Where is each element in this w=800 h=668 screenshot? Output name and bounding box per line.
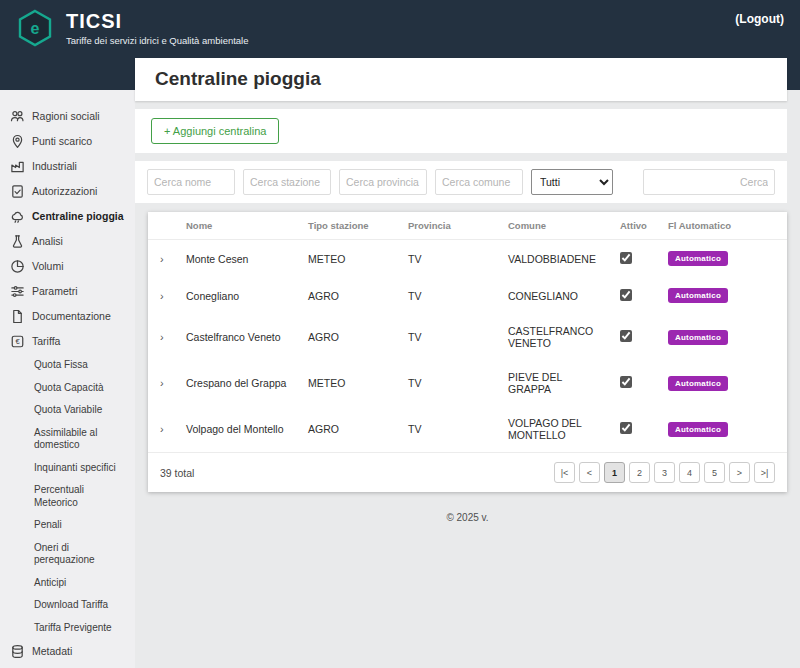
page-number-button[interactable]: 5 bbox=[704, 462, 725, 483]
sidebar-subitem-tariffa-previgente[interactable]: Tariffa Previgente bbox=[0, 617, 135, 640]
sidebar-item-ragioni-sociali[interactable]: Ragioni sociali bbox=[0, 104, 135, 129]
filter-nome-input[interactable] bbox=[147, 169, 235, 195]
table-row: › Monte Cesen METEO TV VALDOBBIADENE Aut… bbox=[148, 240, 787, 278]
sidebar-item-analisi[interactable]: Analisi bbox=[0, 229, 135, 254]
cell-nome: Volpago del Montello bbox=[178, 406, 300, 452]
svg-text:€: € bbox=[15, 337, 20, 346]
global-search-input[interactable] bbox=[643, 169, 775, 195]
automatico-badge: Automatico bbox=[668, 288, 728, 303]
cell-provincia: TV bbox=[400, 360, 500, 406]
automatico-badge: Automatico bbox=[668, 251, 728, 266]
table-row: › Crespano del Grappa METEO TV PIEVE DEL… bbox=[148, 360, 787, 406]
cell-comune: VOLPAGO DEL MONTELLO bbox=[500, 406, 612, 452]
page-number-button[interactable]: 3 bbox=[654, 462, 675, 483]
sidebar-item-centraline-pioggia[interactable]: Centraline pioggia bbox=[0, 204, 135, 229]
cell-comune: VALDOBBIADENE bbox=[500, 240, 612, 278]
cell-tipo: AGRO bbox=[300, 277, 400, 314]
sidebar: Ragioni sociali Punti scarico Industrial… bbox=[0, 90, 135, 668]
logout-link[interactable]: (Logout) bbox=[735, 12, 784, 26]
row-expand-icon[interactable]: › bbox=[156, 423, 168, 435]
page-last-button[interactable]: >| bbox=[754, 462, 775, 483]
cell-tipo: METEO bbox=[300, 240, 400, 278]
page-title: Centraline pioggia bbox=[155, 68, 767, 90]
sidebar-item-label: Volumi bbox=[32, 260, 64, 273]
sidebar-subitem-oneri-perequazione[interactable]: Oneri di perequazione bbox=[0, 537, 135, 572]
sidebar-item-industriali[interactable]: Industriali bbox=[0, 154, 135, 179]
sidebar-subitem-quota-fissa[interactable]: Quota Fissa bbox=[0, 354, 135, 377]
cell-tipo: METEO bbox=[300, 360, 400, 406]
sidebar-item-parametri[interactable]: Parametri bbox=[0, 279, 135, 304]
people-icon bbox=[10, 109, 25, 124]
sidebar-subitem-assimilabile[interactable]: Assimilabile al domestico bbox=[0, 422, 135, 457]
table-footer: 39 total |< < 1 2 3 4 5 > >| bbox=[148, 452, 787, 492]
sidebar-item-label: Centraline pioggia bbox=[32, 210, 124, 223]
page-title-card: Centraline pioggia bbox=[135, 58, 787, 101]
page-number-button[interactable]: 2 bbox=[629, 462, 650, 483]
attivo-checkbox[interactable] bbox=[620, 422, 632, 434]
sidebar-item-label: Parametri bbox=[32, 285, 78, 298]
sidebar-item-novita[interactable]: Novità bbox=[0, 664, 135, 668]
sidebar-subitem-quota-capacita[interactable]: Quota Capacità bbox=[0, 377, 135, 400]
cell-nome: Castelfranco Veneto bbox=[178, 314, 300, 360]
sidebar-item-tariffa[interactable]: € Tariffa bbox=[0, 329, 135, 354]
sidebar-item-label: Analisi bbox=[32, 235, 63, 248]
sidebar-item-label: Documentazione bbox=[32, 310, 111, 323]
attivo-checkbox[interactable] bbox=[620, 376, 632, 388]
cell-comune: CONEGLIANO bbox=[500, 277, 612, 314]
header-comune: Comune bbox=[500, 212, 612, 240]
app-header: e TICSI Tariffe dei servizi idrici e Qua… bbox=[0, 0, 800, 56]
table-row: › Castelfranco Veneto AGRO TV CASTELFRAN… bbox=[148, 314, 787, 360]
attivo-checkbox[interactable] bbox=[620, 252, 632, 264]
euro-tag-icon: € bbox=[10, 334, 25, 349]
rain-cloud-icon bbox=[10, 209, 25, 224]
sidebar-item-autorizzazioni[interactable]: Autorizzazioni bbox=[0, 179, 135, 204]
sliders-icon bbox=[10, 284, 25, 299]
header-provincia: Provincia bbox=[400, 212, 500, 240]
row-expand-icon[interactable]: › bbox=[156, 290, 168, 302]
page-number-button[interactable]: 1 bbox=[604, 462, 625, 483]
automatico-badge: Automatico bbox=[668, 330, 728, 345]
sidebar-item-punti-scarico[interactable]: Punti scarico bbox=[0, 129, 135, 154]
row-expand-icon[interactable]: › bbox=[156, 331, 168, 343]
automatico-badge: Automatico bbox=[668, 376, 728, 391]
app-title: TICSI bbox=[66, 10, 249, 33]
table-row: › Volpago del Montello AGRO TV VOLPAGO D… bbox=[148, 406, 787, 452]
cell-nome: Crespano del Grappa bbox=[178, 360, 300, 406]
attivo-checkbox[interactable] bbox=[620, 330, 632, 342]
filter-stazione-input[interactable] bbox=[243, 169, 331, 195]
flask-icon bbox=[10, 234, 25, 249]
clipboard-check-icon bbox=[10, 184, 25, 199]
page-number-button[interactable]: 4 bbox=[679, 462, 700, 483]
sidebar-subitem-percentuali-meteorico[interactable]: Percentuali Meteorico bbox=[0, 479, 135, 514]
total-count: 39 total bbox=[160, 467, 194, 479]
header-nome: Nome bbox=[178, 212, 300, 240]
header-tipo-stazione: Tipo stazione bbox=[300, 212, 400, 240]
sidebar-item-volumi[interactable]: Volumi bbox=[0, 254, 135, 279]
filter-tipo-select[interactable]: Tutti bbox=[531, 169, 613, 195]
centraline-table-card: Nome Tipo stazione Provincia Comune Atti… bbox=[148, 212, 787, 492]
page-next-button[interactable]: > bbox=[729, 462, 750, 483]
sidebar-subitem-download-tariffa[interactable]: Download Tariffa bbox=[0, 594, 135, 617]
sidebar-subitem-quota-variabile[interactable]: Quota Variabile bbox=[0, 399, 135, 422]
database-icon bbox=[10, 644, 25, 659]
document-icon bbox=[10, 309, 25, 324]
sidebar-subitem-inquinanti[interactable]: Inquinanti specifici bbox=[0, 457, 135, 480]
sidebar-subitem-anticipi[interactable]: Anticipi bbox=[0, 572, 135, 595]
add-centralina-button[interactable]: + Aggiungi centralina bbox=[151, 118, 279, 144]
app-logo-icon: e bbox=[16, 9, 54, 47]
filter-provincia-input[interactable] bbox=[339, 169, 427, 195]
filter-comune-input[interactable] bbox=[435, 169, 523, 195]
row-expand-icon[interactable]: › bbox=[156, 253, 168, 265]
sidebar-item-label: Autorizzazioni bbox=[32, 185, 97, 198]
page-first-button[interactable]: |< bbox=[554, 462, 575, 483]
row-expand-icon[interactable]: › bbox=[156, 377, 168, 389]
sidebar-item-metadati[interactable]: Metadati bbox=[0, 639, 135, 664]
page-prev-button[interactable]: < bbox=[579, 462, 600, 483]
attivo-checkbox[interactable] bbox=[620, 289, 632, 301]
sidebar-subitem-penali[interactable]: Penali bbox=[0, 514, 135, 537]
cell-provincia: TV bbox=[400, 277, 500, 314]
cell-provincia: TV bbox=[400, 314, 500, 360]
sidebar-item-label: Tariffa bbox=[32, 335, 60, 348]
sidebar-item-documentazione[interactable]: Documentazione bbox=[0, 304, 135, 329]
header-attivo: Attivo bbox=[612, 212, 660, 240]
